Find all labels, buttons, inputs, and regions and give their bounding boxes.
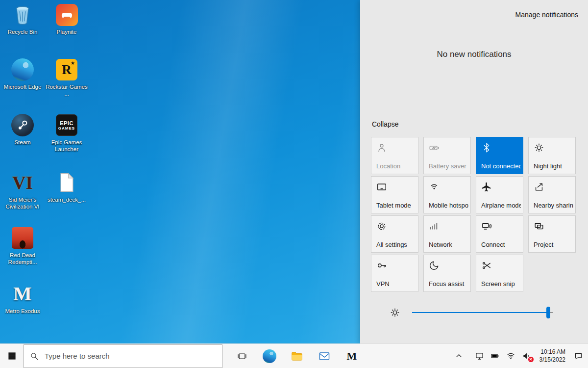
airplane-mode-icon <box>481 182 492 192</box>
desktop-icon-epic-games[interactable]: EPIC GAMES Epic Games Launcher <box>45 113 88 153</box>
tablet-mode-icon <box>376 182 387 192</box>
desktop-icon-red-dead-redemption[interactable]: Red Dead Redempti... <box>1 226 44 266</box>
desktop-icon-rockstar-games[interactable]: R ★ Rockstar Games ... <box>45 58 88 98</box>
tile-label: Location <box>376 162 416 170</box>
tile-label: All settings <box>376 241 416 248</box>
screen: Recycle Bin Playnite Microsoft Edge R ★ <box>0 0 588 368</box>
metro-exodus-taskbar-button[interactable]: M <box>341 344 363 368</box>
tile-battery-saver[interactable]: Battery saver <box>423 137 471 174</box>
brightness-fill <box>412 312 548 313</box>
tile-label: Focus assist <box>429 280 468 288</box>
desktop-icon-label: Rockstar Games ... <box>45 83 88 98</box>
tile-label: Battery saver <box>429 162 468 170</box>
brightness-row <box>390 306 553 319</box>
desktop-icon-label: Red Dead Redempti... <box>1 252 44 266</box>
action-center-button[interactable] <box>570 344 586 368</box>
tile-nearby-sharing[interactable]: Nearby sharing <box>528 176 576 213</box>
edge-taskbar-button[interactable] <box>258 344 281 368</box>
tile-network[interactable]: Network <box>423 215 471 253</box>
tile-night-light[interactable]: Night light <box>528 137 576 174</box>
tile-location[interactable]: Location <box>371 137 418 174</box>
tile-label: Screen snip <box>481 280 521 288</box>
epic-glyph-line2: GAMES <box>58 126 75 131</box>
tile-connect[interactable]: Connect <box>476 215 523 253</box>
tile-label: Airplane mode <box>481 202 521 209</box>
civ-glyph: VI <box>12 173 33 192</box>
desktop-icon-label: Microsoft Edge <box>1 83 44 90</box>
focus-assist-icon <box>429 260 440 271</box>
no-notifications-text: No new notifications <box>360 50 588 59</box>
tile-mobile-hotspot[interactable]: Mobile hotspot <box>423 176 471 213</box>
file-explorer-icon <box>291 350 303 363</box>
metro-exodus-icon: M <box>347 351 357 362</box>
brightness-sun-icon <box>390 307 400 318</box>
tray-wifi-button[interactable] <box>503 344 519 368</box>
settings-gear-icon <box>376 221 387 232</box>
taskbar-clock[interactable]: 10:16 AM 3/15/2022 <box>539 348 565 364</box>
desktop-icon-label: Steam <box>1 139 44 146</box>
connect-icon <box>481 221 492 232</box>
search-box[interactable] <box>24 344 222 368</box>
action-center-panel: Manage notifications No new notification… <box>360 0 588 343</box>
tile-label: Connect <box>481 241 521 248</box>
tile-label: Night light <box>534 162 573 170</box>
tile-label: Tablet mode <box>376 202 416 209</box>
search-icon <box>30 352 39 361</box>
vpn-icon <box>376 260 387 271</box>
taskbar: M ✕ 10:16 AM 3 <box>0 343 588 368</box>
tray-expand-button[interactable] <box>451 344 467 368</box>
tray-battery-button[interactable] <box>488 344 503 368</box>
tile-screen-snip[interactable]: Screen snip <box>476 255 523 292</box>
brightness-thumb[interactable] <box>546 307 550 318</box>
manage-notifications-link[interactable]: Manage notifications <box>515 11 578 19</box>
metro-exodus-icon: M <box>11 282 34 306</box>
desktop-icon-playnite[interactable]: Playnite <box>45 3 88 35</box>
brightness-track[interactable] <box>412 312 553 313</box>
location-icon <box>376 142 387 153</box>
tile-all-settings[interactable]: All settings <box>371 215 418 253</box>
notification-bubble-icon <box>574 352 583 360</box>
clock-time: 10:16 AM <box>539 348 565 356</box>
civilization-vi-icon: VI <box>11 171 34 194</box>
desktop-icon-recycle-bin[interactable]: Recycle Bin <box>1 3 44 35</box>
playnite-icon <box>55 3 78 26</box>
tile-label: Nearby sharing <box>534 202 573 209</box>
task-view-button[interactable] <box>231 344 253 368</box>
desktop-icon-steam-deck-file[interactable]: steam_deck_... <box>45 171 88 203</box>
desktop-icon-metro-exodus[interactable]: M Metro Exodus <box>1 282 44 315</box>
tile-tablet-mode[interactable]: Tablet mode <box>371 176 418 213</box>
desktop-icon-label: Epic Games Launcher <box>45 139 88 153</box>
recycle-bin-icon <box>11 3 34 26</box>
edge-icon <box>263 349 276 363</box>
search-input[interactable] <box>45 352 216 360</box>
rockstar-icon: R ★ <box>55 58 78 81</box>
brightness-slider[interactable] <box>412 306 553 319</box>
epic-glyph-line1: EPIC <box>60 120 74 126</box>
tile-airplane-mode[interactable]: Airplane mode <box>476 176 523 213</box>
tile-label: Not connected <box>481 162 521 170</box>
start-button[interactable] <box>0 344 24 368</box>
chevron-up-icon <box>455 352 463 360</box>
battery-icon <box>491 352 499 360</box>
wifi-icon <box>507 352 515 360</box>
tile-label: VPN <box>376 280 416 288</box>
tray-device-button[interactable] <box>472 344 488 368</box>
quick-actions-grid: Location Battery saver Not connected Nig… <box>371 137 576 292</box>
collapse-link[interactable]: Collapse <box>372 120 398 128</box>
desktop-icon-steam[interactable]: Steam <box>1 113 44 146</box>
desktop-icon-civilization-vi[interactable]: VI Sid Meier's Civilization VI <box>1 171 44 210</box>
project-icon <box>534 221 544 232</box>
mail-button[interactable] <box>313 344 336 368</box>
tile-vpn[interactable]: VPN <box>371 255 418 292</box>
desktop-icon-microsoft-edge[interactable]: Microsoft Edge <box>1 58 44 90</box>
taskbar-apps: M <box>228 344 366 368</box>
tray-volume-button[interactable]: ✕ <box>519 344 535 368</box>
desktop-icon-label: Metro Exodus <box>1 308 44 315</box>
tile-bluetooth[interactable]: Not connected <box>476 137 523 174</box>
mobile-hotspot-icon <box>429 182 440 192</box>
tile-project[interactable]: Project <box>528 215 576 253</box>
steam-icon <box>11 113 34 137</box>
battery-saver-icon <box>429 142 440 153</box>
file-explorer-button[interactable] <box>286 344 308 368</box>
tile-focus-assist[interactable]: Focus assist <box>423 255 471 292</box>
